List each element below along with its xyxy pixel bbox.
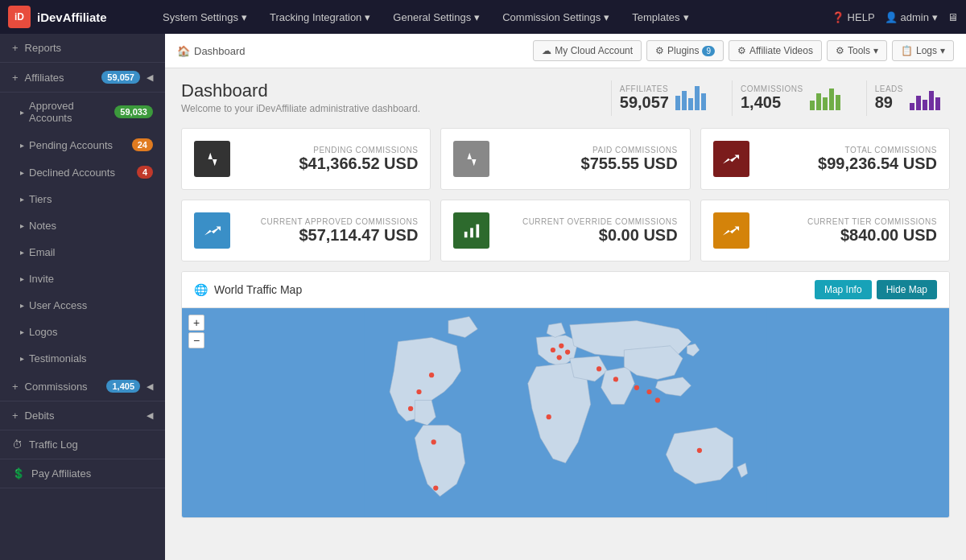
- tier-commissions-value: $840.00 USD: [762, 226, 937, 245]
- traffic-dot: [433, 485, 438, 490]
- hide-map-button[interactable]: Hide Map: [877, 280, 937, 299]
- sidebar-declined-accounts[interactable]: ▸ Declined Accounts 4: [0, 159, 165, 186]
- sidebar-user-access[interactable]: ▸ User Access: [0, 292, 165, 319]
- globe-icon: 🌐: [194, 283, 208, 296]
- traffic-dot: [547, 414, 551, 419]
- dashboard-title: Dashboard: [181, 80, 611, 101]
- chart-bar: [836, 95, 840, 111]
- zoom-out-button[interactable]: −: [188, 332, 204, 348]
- chart-bar: [810, 101, 815, 110]
- leads-value: 89: [875, 93, 903, 112]
- affiliates-stat: AFFILIATES 59,057: [611, 80, 716, 116]
- affiliates-label: AFFILIATES: [620, 84, 669, 93]
- traffic-dot: [551, 348, 555, 352]
- sidebar-invite[interactable]: ▸ Invite: [0, 266, 165, 292]
- logs-button[interactable]: 📋 Logs ▾: [892, 40, 954, 61]
- sidebar-testimonials[interactable]: ▸ Testimonials: [0, 345, 165, 372]
- override-commissions-label: CURRENT OVERRIDE COMMISSIONS: [502, 217, 677, 226]
- traffic-dot: [597, 366, 601, 371]
- sidebar-email[interactable]: ▸ Email: [0, 239, 165, 266]
- paid-commissions-value: $755.55 USD: [502, 154, 677, 173]
- nav-display[interactable]: 🖥: [947, 11, 958, 23]
- leads-chart: [910, 86, 942, 110]
- traffic-dot: [559, 344, 564, 348]
- nav-tracking-integration[interactable]: Tracking Integration ▾: [260, 5, 380, 30]
- collapse-icon: ◀: [147, 381, 153, 392]
- nav-system-settings[interactable]: System Settings ▾: [153, 5, 257, 30]
- traffic-dot: [655, 397, 660, 402]
- traffic-dot: [697, 448, 702, 453]
- gear-icon: ⚙: [655, 45, 664, 56]
- sidebar-pending-accounts[interactable]: ▸ Pending Accounts 24: [0, 131, 165, 159]
- map-info-button[interactable]: Map Info: [815, 280, 872, 299]
- cloud-icon: ☁: [542, 45, 551, 56]
- tools-button[interactable]: ⚙ Tools ▾: [827, 40, 887, 61]
- plugins-button[interactable]: ⚙ Plugins 9: [646, 40, 724, 61]
- brand-logo[interactable]: iD iDevAffiliate: [8, 6, 137, 28]
- clock-icon: ⏱: [12, 439, 23, 451]
- brand-name: iDevAffiliate: [37, 10, 107, 24]
- override-commissions-value: $0.00 USD: [502, 226, 677, 245]
- chart-bar: [910, 103, 914, 110]
- chart-bar: [823, 97, 828, 111]
- override-commissions-icon: [453, 212, 489, 249]
- traffic-dot: [634, 385, 639, 390]
- arrow-icon: ▸: [20, 327, 24, 336]
- nav-right: ❓ HELP 👤 admin ▾ 🖥: [832, 11, 958, 23]
- commissions-label: COMMISSIONS: [741, 84, 803, 93]
- commissions-chart: [810, 86, 842, 110]
- sidebar: + Reports + Affiliates 59,057 ◀ ▸ Approv…: [0, 34, 165, 560]
- affiliates-chart: [675, 86, 708, 110]
- sidebar-pay-affiliates[interactable]: 💲 Pay Affiliates: [0, 459, 165, 488]
- sidebar-traffic-log[interactable]: ⏱ Traffic Log: [0, 430, 165, 459]
- my-cloud-account-button[interactable]: ☁ My Cloud Account: [533, 40, 642, 61]
- stats-cards: AFFILIATES 59,057 COMMI: [611, 80, 950, 116]
- sidebar-affiliates[interactable]: + Affiliates 59,057 ◀: [0, 63, 165, 93]
- map-controls: + −: [188, 315, 204, 348]
- paid-commissions-card: PAID COMMISSIONS $755.55 USD: [440, 128, 690, 190]
- plugins-badge: 9: [702, 46, 715, 56]
- total-commissions-icon: [713, 141, 749, 177]
- svg-rect-0: [476, 224, 479, 237]
- sidebar-commissions[interactable]: + Commissions 1,405 ◀: [0, 372, 165, 401]
- dashboard-header: Dashboard Welcome to your iDevAffiliate …: [181, 80, 950, 116]
- map-actions: Map Info Hide Map: [815, 280, 937, 299]
- pending-commissions-label: PENDING COMMISSIONS: [242, 146, 418, 154]
- nav-commission-settings[interactable]: Commission Settings ▾: [493, 5, 619, 30]
- sidebar-logos[interactable]: ▸ Logos: [0, 319, 165, 345]
- commissions-stat-info: COMMISSIONS 1,405: [741, 84, 803, 112]
- nav-general-settings[interactable]: General Settings ▾: [383, 5, 489, 30]
- arrow-icon: ▸: [20, 108, 24, 117]
- arrow-icon: ▸: [20, 301, 24, 310]
- video-icon: ⚙: [737, 45, 746, 56]
- affiliate-videos-button[interactable]: ⚙ Affiliate Videos: [729, 40, 822, 61]
- nav-admin[interactable]: 👤 admin ▾: [885, 11, 938, 23]
- sidebar-debits[interactable]: + Debits ◀: [0, 401, 165, 430]
- approved-badge: 59,033: [114, 105, 153, 118]
- sidebar-tiers[interactable]: ▸ Tiers: [0, 186, 165, 212]
- leads-stat: LEADS 89: [866, 80, 950, 116]
- paid-commissions-info: PAID COMMISSIONS $755.55 USD: [502, 146, 677, 173]
- breadcrumb: 🏠 Dashboard: [177, 45, 526, 57]
- nav-help[interactable]: ❓ HELP: [832, 11, 875, 23]
- zoom-in-button[interactable]: +: [188, 315, 204, 331]
- world-map: + −: [182, 308, 949, 517]
- sidebar-notes[interactable]: ▸ Notes: [0, 212, 165, 239]
- collapse-icon: ◀: [147, 410, 153, 421]
- chart-bar: [816, 93, 821, 110]
- declined-badge: 4: [137, 166, 153, 179]
- dollar-icon: 💲: [12, 467, 25, 480]
- paid-commissions-label: PAID COMMISSIONS: [502, 146, 677, 154]
- traffic-dot: [431, 439, 436, 444]
- sidebar-reports[interactable]: + Reports: [0, 34, 165, 63]
- nav-templates[interactable]: Templates ▾: [622, 5, 698, 30]
- content-area: 🏠 Dashboard ☁ My Cloud Account ⚙ Plugins…: [165, 34, 966, 560]
- main-layout: + Reports + Affiliates 59,057 ◀ ▸ Approv…: [0, 34, 966, 560]
- chart-bar: [688, 98, 693, 110]
- pending-commissions-icon: [194, 141, 230, 177]
- chart-bar: [923, 100, 927, 111]
- sidebar-approved-accounts[interactable]: ▸ Approved Accounts 59,033: [0, 93, 165, 131]
- traffic-dot: [408, 406, 413, 411]
- total-commissions-info: TOTAL COMMISSIONS $99,236.54 USD: [762, 146, 937, 173]
- plus-icon: +: [12, 72, 19, 84]
